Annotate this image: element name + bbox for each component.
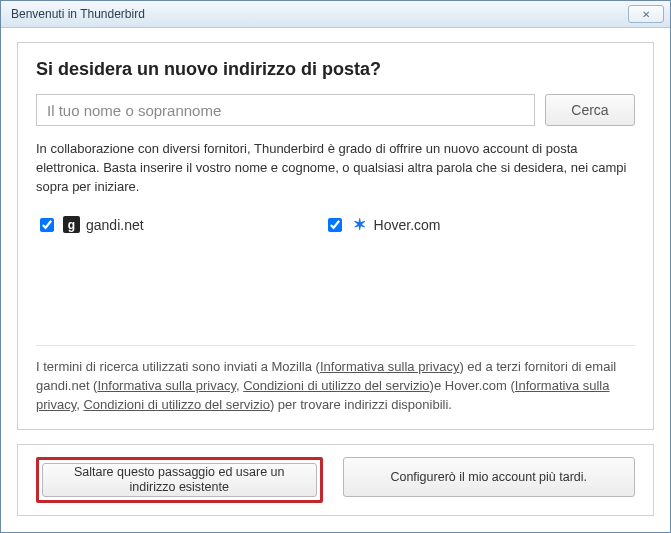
provider-gandi-checkbox[interactable]	[40, 218, 54, 232]
search-button[interactable]: Cerca	[545, 94, 635, 126]
provider-hover-label: Hover.com	[374, 217, 441, 233]
legal-text: I termini di ricerca utilizzati sono inv…	[36, 345, 635, 415]
link-gandi-privacy[interactable]: Informativa sulla privacy	[97, 378, 235, 393]
main-panel: Si desidera un nuovo indirizzo di posta?…	[17, 42, 654, 430]
search-row: Cerca	[36, 94, 635, 126]
name-input[interactable]	[36, 94, 535, 126]
configure-later-button[interactable]: Configurerò il mio account più tardi.	[343, 457, 636, 497]
actions-panel: Saltare questo passaggio ed usare un ind…	[17, 444, 654, 516]
dialog-window: Benvenuti in Thunderbird ✕ Si desidera u…	[0, 0, 671, 533]
close-button[interactable]: ✕	[628, 5, 664, 23]
close-icon: ✕	[642, 9, 650, 20]
heading: Si desidera un nuovo indirizzo di posta?	[36, 59, 635, 80]
providers-row: g gandi.net ✶ Hover.com	[36, 215, 635, 235]
provider-gandi[interactable]: g gandi.net	[36, 215, 144, 235]
hover-icon: ✶	[351, 216, 368, 233]
provider-gandi-label: gandi.net	[86, 217, 144, 233]
window-title: Benvenuti in Thunderbird	[11, 7, 145, 21]
skip-button-highlight: Saltare questo passaggio ed usare un ind…	[36, 457, 323, 503]
skip-use-existing-button[interactable]: Saltare questo passaggio ed usare un ind…	[42, 463, 317, 497]
link-gandi-terms[interactable]: Condizioni di utilizzo del servizio	[243, 378, 429, 393]
titlebar: Benvenuti in Thunderbird ✕	[1, 1, 670, 28]
link-hover-terms[interactable]: Condizioni di utilizzo del servizio	[83, 397, 269, 412]
intro-text: In collaborazione con diversi fornitori,…	[36, 140, 635, 197]
client-area: Si desidera un nuovo indirizzo di posta?…	[1, 28, 670, 532]
gandi-icon: g	[63, 216, 80, 233]
provider-hover[interactable]: ✶ Hover.com	[324, 215, 441, 235]
provider-hover-checkbox[interactable]	[328, 218, 342, 232]
link-mozilla-privacy[interactable]: Informativa sulla privacy	[320, 359, 459, 374]
